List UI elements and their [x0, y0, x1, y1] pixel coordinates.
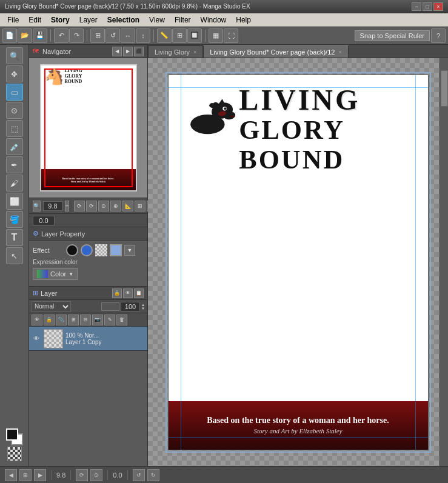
- redo-button[interactable]: ↷: [69, 28, 84, 43]
- flip-h-button[interactable]: ↔: [121, 28, 135, 43]
- color-dropdown-button[interactable]: Color ▼: [33, 268, 78, 280]
- canvas-scrollbar[interactable]: [440, 58, 448, 466]
- zoom-icon-1[interactable]: ⟳: [74, 201, 85, 212]
- new-button[interactable]: 📄: [2, 28, 17, 43]
- zoom-icon-2[interactable]: ⟳: [86, 201, 97, 212]
- minimize-button[interactable]: −: [412, 2, 421, 11]
- grid-button[interactable]: ⊞: [172, 28, 187, 43]
- status-btn-1[interactable]: ◀: [5, 469, 17, 481]
- menu-selection[interactable]: Selection: [102, 15, 144, 25]
- tool-marquee[interactable]: ⬚: [6, 120, 23, 137]
- zoom-icon-5[interactable]: 📐: [122, 201, 133, 212]
- layer-visibility-button[interactable]: 👁: [32, 334, 41, 344]
- effect-black-circle[interactable]: [66, 244, 78, 256]
- color-swatch-pair[interactable]: [6, 428, 23, 445]
- menu-window[interactable]: Window: [196, 15, 232, 25]
- tab-cover-page-close[interactable]: ×: [338, 49, 341, 55]
- transparent-swatch: [7, 447, 22, 461]
- zoom-out-button[interactable]: 🔍: [33, 201, 41, 212]
- tool-move[interactable]: ✥: [6, 65, 23, 82]
- undo-button[interactable]: ↶: [54, 28, 69, 43]
- effect-blue-circle[interactable]: [81, 244, 93, 256]
- tool-eyedropper[interactable]: 💉: [6, 138, 23, 155]
- tab-living-glory[interactable]: Living Glory ×: [148, 45, 203, 58]
- tool-lasso[interactable]: ⊙: [6, 102, 23, 119]
- menu-help[interactable]: Help: [231, 15, 256, 25]
- status-btn-2[interactable]: ⊞: [19, 469, 32, 481]
- layer-action-clip[interactable]: 📎: [56, 315, 67, 325]
- layer-icon-3[interactable]: 📋: [134, 288, 144, 298]
- effect-dropdown[interactable]: ▼: [124, 245, 135, 256]
- save-button[interactable]: 💾: [33, 28, 47, 43]
- layer-item[interactable]: 👁 100 % Nor... Layer 1 Copy: [29, 327, 147, 351]
- toolbar-separator-3: [153, 30, 154, 42]
- tool-eraser[interactable]: ⬜: [6, 193, 23, 210]
- menu-filter[interactable]: Filter: [170, 15, 196, 25]
- blend-mode-select[interactable]: Normal: [32, 301, 71, 312]
- menu-edit[interactable]: Edit: [24, 15, 46, 25]
- tool-text[interactable]: T: [6, 229, 23, 246]
- rotate-button[interactable]: ↺: [105, 28, 120, 43]
- nav-thumb-content: 🐴 LIVINGGLORYBOUND Based on the true sto…: [41, 65, 136, 190]
- scroll-thumb[interactable]: [441, 70, 448, 107]
- open-button[interactable]: 📂: [18, 28, 32, 43]
- zoom-controls: 🔍 + ⟳ ⟳ ⊙ ⊕ 📐 ⊞ ⊟ ⊞: [29, 198, 147, 214]
- tool-fill[interactable]: 🪣: [6, 211, 23, 228]
- navigator-thumbnail[interactable]: 🐴 LIVINGGLORYBOUND Based on the true sto…: [29, 58, 147, 198]
- snap-button[interactable]: 🔲: [187, 28, 202, 43]
- tool-pen[interactable]: ✒: [6, 156, 23, 173]
- tab-cover-page[interactable]: Living Glory Bound* Cover page (back)/12…: [203, 45, 348, 58]
- zoom-icon-3[interactable]: ⊙: [98, 201, 109, 212]
- numeric-x-input[interactable]: [33, 216, 55, 225]
- view-mode-button[interactable]: ▦: [209, 28, 223, 43]
- toolbar-separator-1: [50, 30, 51, 42]
- tool-direct-select[interactable]: ↖: [6, 247, 23, 264]
- full-screen-button[interactable]: ⛶: [224, 28, 238, 43]
- menu-view[interactable]: View: [144, 15, 170, 25]
- layer-icon-2[interactable]: 👁: [123, 288, 133, 298]
- layer-action-1[interactable]: ⊞: [68, 315, 79, 325]
- zoom-icon-6[interactable]: ⊞: [135, 201, 145, 212]
- flip-v-button[interactable]: ↕: [136, 28, 150, 43]
- maximize-button[interactable]: □: [423, 2, 432, 11]
- effect-dots-btn[interactable]: [110, 244, 122, 256]
- nav-btn-2[interactable]: ▶: [123, 47, 133, 56]
- menu-story[interactable]: Story: [46, 15, 75, 25]
- tool-brush[interactable]: 🖌: [6, 175, 23, 192]
- close-button[interactable]: ×: [433, 2, 443, 11]
- zoom-plus-button[interactable]: +: [65, 201, 69, 212]
- navigator-header: 🗺 Navigator ◀ ▶ ⬛: [29, 45, 147, 58]
- tab-living-glory-close[interactable]: ×: [193, 49, 196, 55]
- nav-btn-3[interactable]: ⬛: [134, 47, 144, 56]
- help-button[interactable]: ?: [431, 28, 446, 43]
- status-icon-b[interactable]: ⊙: [90, 469, 102, 481]
- effect-grid-btn[interactable]: [95, 244, 107, 256]
- status-icon-a[interactable]: ⟳: [76, 469, 88, 481]
- tool-zoom[interactable]: 🔍: [6, 47, 23, 64]
- nav-btn-1[interactable]: ◀: [112, 47, 122, 56]
- transform-button[interactable]: ⊞: [90, 28, 105, 43]
- ruler-button[interactable]: 📏: [157, 28, 172, 43]
- zoom-value-input[interactable]: [43, 201, 62, 211]
- tool-select[interactable]: ▭: [6, 84, 23, 101]
- foreground-color-swatch[interactable]: [6, 428, 18, 441]
- toolbar-separator-2: [87, 30, 87, 42]
- layer-action-3[interactable]: 📷: [92, 315, 103, 325]
- snap-special-ruler-button[interactable]: Snap to Special Ruler: [355, 30, 430, 41]
- layer-action-eye[interactable]: 👁: [32, 315, 42, 325]
- layer-action-5[interactable]: 🗑: [116, 315, 127, 325]
- opacity-down-arrow[interactable]: ▼: [141, 307, 145, 310]
- menu-file[interactable]: File: [2, 15, 24, 25]
- status-icon-c[interactable]: ↺: [133, 469, 145, 481]
- opacity-slider[interactable]: [101, 302, 119, 311]
- layer-icon-1[interactable]: 🔒: [112, 288, 122, 298]
- layer-action-2[interactable]: ⊟: [80, 315, 91, 325]
- opacity-input[interactable]: [121, 302, 140, 311]
- zoom-icon-4[interactable]: ⊕: [110, 201, 121, 212]
- layer-action-lock[interactable]: 🔒: [44, 315, 55, 325]
- status-icon-d[interactable]: ↻: [147, 469, 159, 481]
- status-btn-3[interactable]: ▶: [34, 469, 46, 481]
- layer-action-4[interactable]: ✎: [104, 315, 115, 325]
- canvas-viewport[interactable]: LIVING GLORY BOUND Based on the true sto…: [148, 58, 448, 466]
- menu-layer[interactable]: Layer: [75, 15, 102, 25]
